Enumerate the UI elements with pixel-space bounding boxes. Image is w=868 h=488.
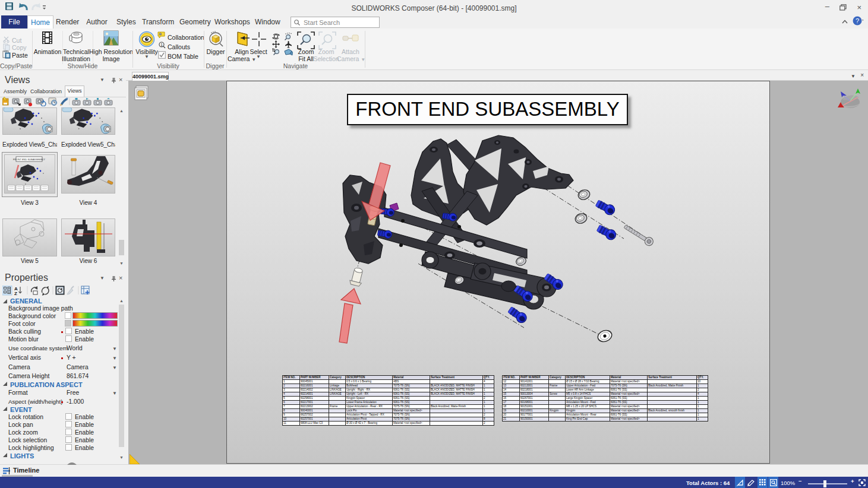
- svg-text:Z: Z: [14, 291, 17, 296]
- svg-text:1: 1: [160, 43, 163, 47]
- svg-text:FRONT END SUBASSEMBLY: FRONT END SUBASSEMBLY: [13, 158, 45, 161]
- svg-text:?: ?: [856, 17, 859, 24]
